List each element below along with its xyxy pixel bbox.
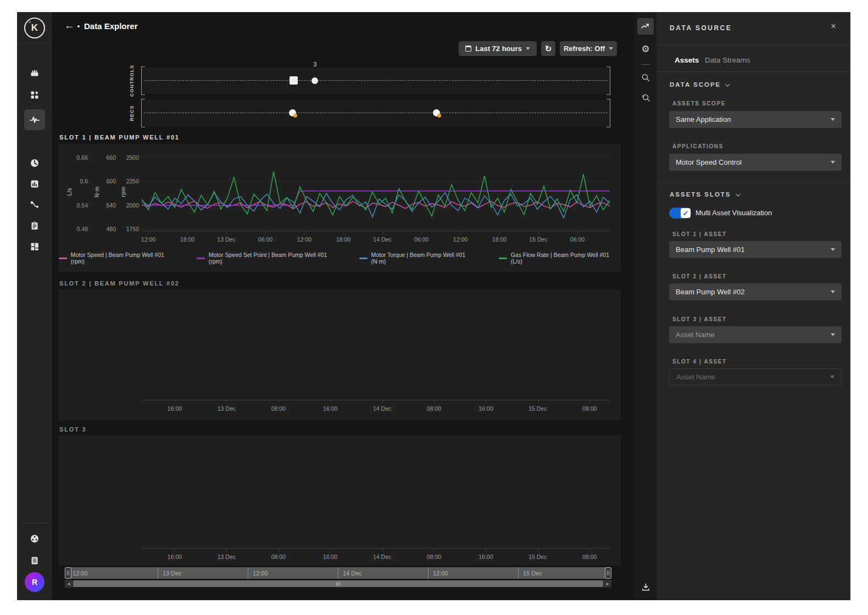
y-axis-tick-label: 600 <box>92 178 116 185</box>
close-icon[interactable]: × <box>831 21 836 32</box>
legend-item[interactable]: Gas Flow Rate | Beam Pump Well #01 (L/s) <box>499 251 621 265</box>
applications-dropdown[interactable]: Motor Speed Control <box>669 154 842 171</box>
legend-item[interactable]: Motor Speed | Beam Pump Well #01 (rpm) <box>59 251 178 265</box>
x-axis-tick-label: 13 Dec <box>218 405 236 412</box>
scroll-left-arrow[interactable]: ◄ <box>65 580 73 588</box>
page-title: Data Explorer <box>84 21 138 31</box>
tab-assets[interactable]: Assets <box>675 56 699 64</box>
right-tool-rail: ⚙ <box>635 12 656 600</box>
refresh-now-button[interactable]: ↻ <box>541 41 555 56</box>
auto-refresh-button[interactable]: Refresh: Off <box>560 41 617 56</box>
scrollbar-thumb[interactable] <box>73 580 603 587</box>
brush-segment-label: 15 Dec <box>518 567 608 579</box>
user-avatar[interactable]: R <box>25 572 44 592</box>
trend-tool-button[interactable] <box>637 18 654 35</box>
multi-asset-toggle[interactable]: ✓ <box>669 208 691 219</box>
sidebar-item-docs[interactable] <box>24 550 45 571</box>
sidebar-item-recent[interactable] <box>24 153 45 174</box>
download-icon <box>641 583 650 592</box>
sidebar-item-audit-log[interactable] <box>24 215 45 236</box>
slot2-title: SLOT 2 | BEAM PUMP WELL #02 <box>59 280 180 287</box>
data-scope-section-header[interactable]: DATA SCOPE <box>670 81 728 88</box>
brush-segment-label: 14 Dec <box>338 567 428 579</box>
assets-scope-dropdown[interactable]: Same Application <box>669 111 842 128</box>
sidebar-item-data-explorer[interactable] <box>24 109 45 130</box>
applications-value: Motor Speed Control <box>676 158 742 166</box>
chevron-down-icon <box>831 118 835 121</box>
calendar-icon <box>465 46 471 52</box>
x-axis-tick-label: 15 Dec <box>529 236 547 243</box>
series-line <box>142 171 610 216</box>
zoom-tool-button[interactable] <box>637 69 654 86</box>
logo-container: ' K <box>17 12 52 44</box>
tab-data-streams[interactable]: Data Streams <box>705 56 750 64</box>
time-range-label: Last 72 hours <box>475 44 522 53</box>
scroll-right-arrow[interactable]: ► <box>604 580 611 588</box>
sidebar-item-assets[interactable] <box>24 63 45 83</box>
x-axis-tick-label: 08:00 <box>427 554 441 560</box>
chevron-down-icon <box>736 192 740 196</box>
assets-slots-section-header[interactable]: ASSETS SLOTS <box>670 191 739 198</box>
multi-asset-toggle-label: Multi Asset Visualization <box>695 209 772 217</box>
legend-item[interactable]: Motor Speed Set Point | Beam Pump Well #… <box>197 251 341 265</box>
brush-handle-right[interactable] <box>605 567 611 579</box>
brush-handle-left[interactable] <box>65 567 71 579</box>
slot2-chart-panel[interactable]: 16:0013 Dec08:0016:0014 Dec08:0016:0015 … <box>59 289 621 420</box>
gear-icon: ⚙ <box>641 43 649 55</box>
sidebar-item-global[interactable] <box>24 528 45 549</box>
panel-divider <box>656 182 850 183</box>
x-axis-tick-label: 14 Dec <box>373 236 391 243</box>
chevron-down-icon <box>725 82 730 86</box>
recommendation-marker[interactable] <box>289 109 296 116</box>
controls-event-track[interactable]: CONTROLS 3 <box>142 68 610 94</box>
recs-event-track[interactable]: RECS <box>142 100 610 126</box>
brush-segment-label: 12:00 <box>68 567 158 579</box>
time-brush-selection[interactable]: 12:0013 Dec12:0014 Dec12:0015 Dec <box>68 567 608 579</box>
track-dashed-line <box>144 113 608 113</box>
chevron-down-icon <box>831 248 835 251</box>
x-axis-tick-label: 06:00 <box>258 236 272 243</box>
rail-divider <box>641 64 650 65</box>
slot3-chart-panel[interactable]: 16:0013 Dec08:0016:0014 Dec08:0016:0015 … <box>59 435 621 566</box>
legend-label: Motor Speed Set Point | Beam Pump Well #… <box>209 251 341 265</box>
legend-swatch <box>59 258 67 259</box>
back-arrow-icon[interactable]: ← <box>64 20 74 31</box>
control-event-marker[interactable] <box>311 77 318 84</box>
sidebar-item-pipelines[interactable] <box>24 194 45 215</box>
chart-settings-button[interactable]: ⚙ <box>637 41 654 57</box>
slot1-asset-dropdown[interactable]: Beam Pump Well #01 <box>669 241 842 258</box>
sidebar-item-applications[interactable] <box>24 85 45 105</box>
download-button[interactable] <box>637 579 654 595</box>
slot2-asset-dropdown[interactable]: Beam Pump Well #02 <box>669 283 842 300</box>
brush-segment-label: 12:00 <box>428 567 518 579</box>
x-axis-tick-label: 16:00 <box>168 554 182 560</box>
magnifier-reset-icon <box>641 93 650 103</box>
sidebar-item-reports[interactable] <box>24 174 45 194</box>
x-axis-tick-label: 14 Dec <box>373 405 391 412</box>
slot3-title: SLOT 3 <box>59 426 86 433</box>
slot1-plot-area[interactable] <box>142 158 610 229</box>
slot4-asset-value: Asset Name <box>676 373 715 381</box>
sidebar-item-dashboards[interactable] <box>24 236 45 257</box>
kelvin-logo[interactable]: ' K <box>24 18 45 38</box>
x-axis-tick-label: 06:00 <box>570 236 585 243</box>
slot3-asset-dropdown[interactable]: Asset Name <box>669 326 842 343</box>
legend-item[interactable]: Motor Torque | Beam Pump Well #01 (N·m) <box>359 251 480 265</box>
legend-swatch <box>359 258 368 259</box>
control-event-marker[interactable] <box>290 76 298 85</box>
slot4-asset-dropdown[interactable]: Asset Name <box>669 368 842 385</box>
track-bracket-right <box>607 66 610 95</box>
zoom-reset-button[interactable] <box>637 90 654 106</box>
document-icon <box>30 556 40 566</box>
chevron-down-icon <box>831 333 835 336</box>
event-count-label: 3 <box>313 61 316 68</box>
x-axis-tick-label: 16:00 <box>323 405 337 412</box>
x-axis-tick-label: 13 Dec <box>217 236 235 243</box>
toggle-check-icon: ✓ <box>681 208 691 218</box>
recommendation-marker[interactable] <box>433 109 440 116</box>
assets-scope-label: ASSETS SCOPE <box>672 100 726 107</box>
asset-machine-icon <box>30 68 40 78</box>
dashboard-tiles-icon <box>30 242 40 251</box>
y-axis-tick-label: 0.66 <box>64 154 88 161</box>
time-range-button[interactable]: Last 72 hours <box>459 41 537 56</box>
